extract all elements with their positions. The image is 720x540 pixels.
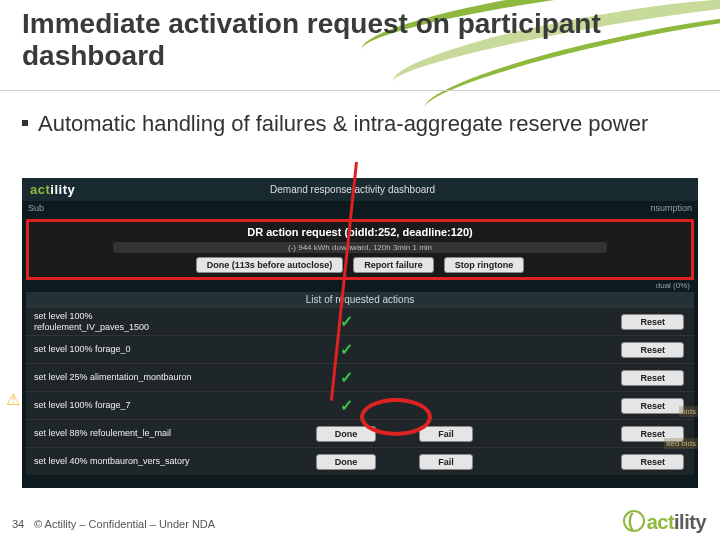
check-icon: ✓ [340,397,353,414]
annotation-circle [360,398,432,436]
reset-button[interactable]: Reset [621,370,684,386]
row-label: set level 40% montbauron_vers_satory [26,456,296,466]
row-label: set level 25% alimentation_montbauron [26,372,296,382]
actions-list: set level 100%refoulement_IV_paves_1500 … [26,307,694,475]
row-label: set level 88% refoulement_le_mail [26,428,296,438]
fail-button[interactable]: Fail [419,454,473,470]
done-autoclose-button[interactable]: Done (113s before autoclose) [196,257,344,273]
row-label: set level 100% forage_7 [26,400,296,410]
reset-button[interactable]: Reset [621,454,684,470]
list-header: List of requested actions [26,292,694,307]
footer-text: © Actility – Confidential – Under NDA [34,518,215,530]
dashboard-screenshot: actility Demand response activity dashbo… [22,178,698,488]
page-number: 34 [12,518,24,530]
row-label: set level 100% forage_0 [26,344,296,354]
done-button[interactable]: Done [316,454,377,470]
reset-button[interactable]: Reset [621,314,684,330]
bullet-dot-icon [22,120,28,126]
side-hint: bids [679,406,698,417]
check-icon: ✓ [340,369,353,386]
warning-icon: ⚠ [6,390,24,408]
bullet-item: Automatic handling of failures & intra-a… [22,110,648,138]
row-sublabel: refoulement_IV_paves_1500 [34,322,149,332]
dr-action-subtitle: (-) 944 kWh downward, 120h 3min 1 min [113,242,607,253]
report-failure-button[interactable]: Report failure [353,257,434,273]
dashboard-header: actility Demand response activity dashbo… [22,178,698,201]
fail-button[interactable]: Fail [419,426,473,442]
side-hint: ited bids [664,438,698,449]
reset-button[interactable]: Reset [621,342,684,358]
footer-logo: actility [623,507,706,534]
col-header-right: nsumption [650,203,692,213]
table-row: set level 25% alimentation_montbauron ✓ … [26,363,694,391]
check-icon: ✓ [340,341,353,358]
sub-header-right: dual (0%) [22,280,698,290]
col-header-left: Sub [28,203,44,213]
bullet-text: Automatic handling of failures & intra-a… [38,110,648,138]
table-row: set level 88% refoulement_le_mail Done F… [26,419,694,447]
reset-button[interactable]: Reset [621,398,684,414]
row-label: set level 100% [34,311,93,321]
stop-ringtone-button[interactable]: Stop ringtone [444,257,525,273]
slide-title: Immediate activation request on particip… [22,8,720,72]
table-row: set level 40% montbauron_vers_satory Don… [26,447,694,475]
brand-logo: actility [30,182,75,197]
title-underline [0,90,720,91]
table-row: set level 100%refoulement_IV_paves_1500 … [26,307,694,335]
dr-action-title: DR action request (bidId:252, deadline:1… [33,224,687,242]
table-row: set level 100% forage_0 ✓ Reset [26,335,694,363]
dr-action-request-panel: DR action request (bidId:252, deadline:1… [26,219,694,280]
